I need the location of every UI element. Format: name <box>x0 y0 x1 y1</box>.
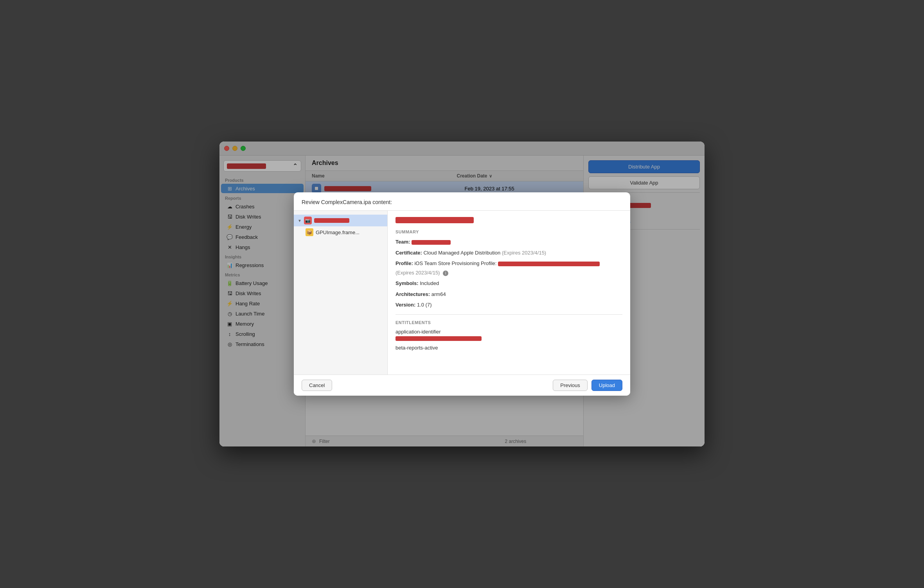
symbols-label: Symbols: <box>395 280 419 286</box>
arch-value: arm64 <box>431 291 446 297</box>
profile-label: Profile: <box>395 260 413 266</box>
cancel-button[interactable]: Cancel <box>302 380 332 391</box>
profile-expires: (Expires 2023/4/15) <box>395 270 440 276</box>
profile-row: Profile: iOS Team Store Provisioning Pro… <box>395 260 622 267</box>
modal-file-tree: ▼ 📷 📦 GPUImage.frame... <box>294 211 388 375</box>
profile-name-redacted <box>498 262 600 266</box>
footer-right-actions: Previous Upload <box>553 380 622 391</box>
entitlements-label: ENTITLEMENTS <box>395 320 622 325</box>
version-row: Version: 1.0 (7) <box>395 301 622 309</box>
modal-app-name-redacted <box>395 217 474 223</box>
profile-expires-row: (Expires 2023/4/15) i <box>395 269 622 277</box>
modal-footer: Cancel Previous Upload <box>294 375 630 396</box>
cert-label: Certificate: <box>395 250 422 256</box>
main-window: ⌃ Products ⊞ Archives Reports ☁ Crashes … <box>219 142 705 446</box>
upload-button[interactable]: Upload <box>591 380 622 391</box>
cert-expires: (Expires 2023/4/15) <box>502 250 546 256</box>
tree-item-gpuimage-label: GPUImage.frame... <box>316 229 360 235</box>
section-divider <box>395 314 622 315</box>
modal-title: Review ComplexCamera.ipa content: <box>302 199 392 205</box>
modal-titlebar: Review ComplexCamera.ipa content: <box>294 192 630 211</box>
modal-right-panel: SUMMARY Team: Certificate: Cloud Managed… <box>388 211 630 375</box>
modal-body: ▼ 📷 📦 GPUImage.frame... SUMMARY Team: <box>294 211 630 375</box>
modal-overlay: Review ComplexCamera.ipa content: ▼ 📷 📦 … <box>219 142 705 446</box>
architectures-row: Architectures: arm64 <box>395 290 622 298</box>
certificate-row: Certificate: Cloud Managed Apple Distrib… <box>395 249 622 257</box>
ent2-key: beta-reports-active <box>395 345 622 351</box>
previous-button[interactable]: Previous <box>553 380 588 391</box>
ent1-val-redacted <box>395 336 482 341</box>
symbols-value: Included <box>420 280 439 286</box>
tree-item-gpuimage[interactable]: 📦 GPUImage.frame... <box>294 226 387 238</box>
info-icon[interactable]: i <box>443 271 448 276</box>
ent1-key: application-identifier <box>395 329 622 335</box>
tree-package-icon: 📦 <box>306 228 313 236</box>
team-value-redacted <box>412 240 451 245</box>
cert-value: Cloud Managed Apple Distribution <box>424 250 501 256</box>
team-row: Team: <box>395 238 622 246</box>
version-value: 1.0 (7) <box>417 302 432 308</box>
tree-expand-icon: ▼ <box>298 219 302 223</box>
tree-item-app[interactable]: ▼ 📷 <box>294 215 387 226</box>
team-label: Team: <box>395 239 410 245</box>
summary-label: SUMMARY <box>395 229 622 234</box>
tree-item-app-name <box>314 218 349 223</box>
arch-label: Architectures: <box>395 291 430 297</box>
tree-camera-icon: 📷 <box>304 217 312 224</box>
profile-value: iOS Team Store Provisioning Profile: <box>414 260 496 266</box>
modal-dialog: Review ComplexCamera.ipa content: ▼ 📷 📦 … <box>294 192 630 396</box>
version-label: Version: <box>395 302 415 308</box>
symbols-row: Symbols: Included <box>395 280 622 287</box>
